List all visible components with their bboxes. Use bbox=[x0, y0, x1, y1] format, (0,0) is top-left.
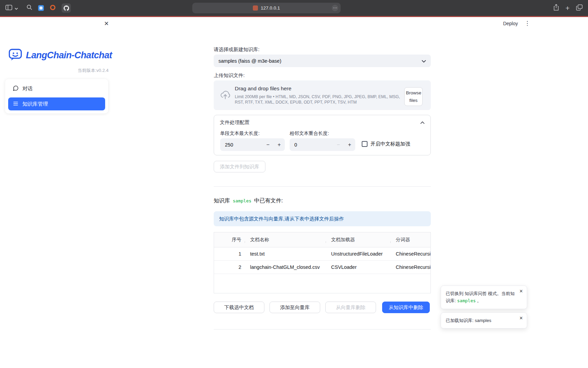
tab-overview-icon[interactable] bbox=[576, 4, 583, 12]
header-loader: 文档加载器 bbox=[326, 237, 390, 243]
toast-mode-switched: ✕ 已切换到 知识库问答 模式。当前知识库: samples 。 bbox=[441, 286, 527, 309]
kb-name-code: samples bbox=[457, 298, 476, 303]
sidebar-item-chat[interactable]: 对话 bbox=[8, 82, 105, 95]
site-favicon-icon bbox=[253, 5, 258, 11]
chat-bubble-icon bbox=[13, 85, 19, 92]
url-text: 127.0.0.1 bbox=[261, 5, 280, 11]
cell-doc-name: langchain-ChatGLM_closed.csv bbox=[245, 264, 326, 270]
header-index: 序号 bbox=[229, 237, 245, 243]
heading-prefix: 知识库 bbox=[214, 197, 230, 204]
app-logo: LangChain-Chatchat bbox=[9, 48, 112, 63]
add-files-button[interactable]: 添加文件到知识库 bbox=[214, 161, 265, 172]
cell-loader: CSVLoader bbox=[326, 264, 390, 270]
search-icon[interactable] bbox=[27, 4, 32, 12]
kb-files-table: 序号 文档名称 文档加载器 分词器 1 test.txt Unstructure… bbox=[214, 232, 431, 293]
overlap-label: 相邻文本重合长度: bbox=[290, 131, 329, 137]
browse-files-button[interactable]: Browse files bbox=[404, 87, 423, 106]
sidebar-item-label: 知识库管理 bbox=[22, 101, 48, 107]
dropzone-limit-text: Limit 200MB per file • HTML, MD, JSON, C… bbox=[235, 94, 402, 105]
cell-splitter: ChineseRecursiveT bbox=[390, 264, 430, 270]
kb-select-label: 请选择或新建知识库: bbox=[214, 46, 260, 53]
zh-title-enhance-label: 开启中文标题加强 bbox=[371, 141, 410, 147]
toast-text: 已加载知识库: samples bbox=[446, 318, 491, 323]
expander-header[interactable]: 文件处理配置 bbox=[214, 115, 430, 129]
close-icon[interactable]: ✕ bbox=[519, 316, 523, 320]
table-row[interactable]: 2 langchain-ChatGLM_closed.csv CSVLoader… bbox=[214, 261, 430, 274]
pinned-tab-orange-icon[interactable] bbox=[50, 4, 56, 12]
logo-chat-icon bbox=[9, 48, 22, 63]
table-header-row: 序号 文档名称 文档加载器 分词器 bbox=[214, 232, 430, 247]
add-to-vector-button[interactable]: 添加至向量库 bbox=[270, 302, 320, 313]
delete-from-vector-button[interactable]: 从向量库删除 bbox=[325, 302, 376, 313]
new-tab-icon[interactable]: + bbox=[566, 4, 570, 12]
file-config-expander: 文件处理配置 单段文本最大长度: 相邻文本重合长度: 250 − + 0 − +… bbox=[214, 115, 431, 155]
chunk-size-value[interactable]: 250 bbox=[220, 142, 262, 148]
zh-title-enhance-row: 开启中文标题加强 bbox=[362, 141, 410, 147]
cell-loader: UnstructuredFileLoader bbox=[326, 251, 390, 257]
url-more-icon[interactable]: ⋯ bbox=[332, 5, 338, 11]
sidebar-item-knowledge-base[interactable]: 知识库管理 bbox=[8, 97, 105, 110]
version-text: 当前版本:v0.2.4 bbox=[0, 67, 109, 74]
browser-toolbar: 127.0.0.1 ⋯ + bbox=[0, 0, 588, 16]
kb-selectbox[interactable]: samples (faiss @ m3e-base) bbox=[214, 55, 431, 67]
expander-title: 文件处理配置 bbox=[220, 119, 249, 126]
pinned-tab-blue-icon[interactable] bbox=[38, 5, 44, 11]
cell-doc-name: test.txt bbox=[245, 251, 326, 257]
minus-icon[interactable]: − bbox=[333, 142, 344, 148]
sidebar-toggle-icon[interactable] bbox=[5, 5, 12, 12]
table-row[interactable]: 1 test.txt UnstructuredFileLoader Chines… bbox=[214, 247, 430, 261]
deploy-button[interactable]: Deploy bbox=[503, 21, 518, 26]
toast-kb-loaded: ✕ 已加载知识库: samples bbox=[441, 312, 527, 328]
info-text: 知识库中包含源文件与向量库,请从下表中选择文件后操作 bbox=[219, 216, 344, 222]
cell-splitter: ChineseRecursiveT bbox=[390, 251, 430, 257]
minus-icon[interactable]: − bbox=[262, 142, 274, 148]
cell-index: 2 bbox=[229, 264, 245, 270]
kb-name-code: samples bbox=[233, 198, 251, 203]
chunk-size-input[interactable]: 250 − + bbox=[220, 138, 285, 151]
logo-text: LangChain-Chatchat bbox=[26, 50, 112, 61]
delete-from-kb-button[interactable]: 从知识库中删除 bbox=[382, 302, 430, 313]
sidebar: ✕ LangChain-Chatchat 当前版本:v0.2.4 对话 知识库管 bbox=[0, 17, 114, 368]
cloud-upload-icon bbox=[219, 90, 231, 101]
header-splitter: 分词器 bbox=[390, 237, 430, 243]
chevron-down-icon[interactable] bbox=[15, 5, 18, 11]
overlap-value[interactable]: 0 bbox=[290, 142, 333, 148]
zh-title-enhance-checkbox[interactable] bbox=[362, 141, 368, 147]
app-menu-kebab-icon[interactable]: ⋮ bbox=[524, 20, 530, 26]
info-alert: 知识库中包含源文件与向量库,请从下表中选择文件后操作 bbox=[214, 211, 431, 226]
chevron-down-icon bbox=[422, 58, 426, 64]
heading-suffix: 中已有文件: bbox=[254, 197, 283, 204]
kb-files-heading: 知识库 samples 中已有文件: bbox=[214, 197, 283, 204]
url-bar[interactable]: 127.0.0.1 ⋯ bbox=[192, 3, 341, 13]
plus-icon[interactable]: + bbox=[344, 142, 355, 148]
kb-selected-value: samples (faiss @ m3e-base) bbox=[218, 58, 281, 64]
share-icon[interactable] bbox=[553, 4, 559, 12]
close-icon[interactable]: ✕ bbox=[519, 289, 523, 293]
upload-label: 上传知识文件: bbox=[214, 72, 245, 79]
header-doc-name: 文档名称 bbox=[245, 237, 326, 243]
chevron-up-icon bbox=[420, 120, 425, 125]
sidebar-menu: 对话 知识库管理 bbox=[5, 79, 108, 113]
toast-text: 。 bbox=[477, 298, 481, 303]
chunk-size-label: 单段文本最大长度: bbox=[220, 131, 260, 137]
list-icon bbox=[13, 101, 19, 108]
cell-index: 1 bbox=[229, 251, 245, 257]
file-dropzone[interactable]: Drag and drop files here Limit 200MB per… bbox=[214, 80, 431, 110]
dropzone-title: Drag and drop files here bbox=[235, 86, 402, 92]
overlap-input[interactable]: 0 − + bbox=[290, 138, 355, 151]
sidebar-item-label: 对话 bbox=[22, 86, 33, 92]
github-icon[interactable] bbox=[62, 3, 71, 13]
download-selected-button[interactable]: 下载选中文档 bbox=[214, 302, 264, 313]
sidebar-close-icon[interactable]: ✕ bbox=[104, 21, 109, 27]
plus-icon[interactable]: + bbox=[274, 142, 285, 148]
divider bbox=[214, 186, 431, 187]
divider bbox=[214, 329, 431, 329]
